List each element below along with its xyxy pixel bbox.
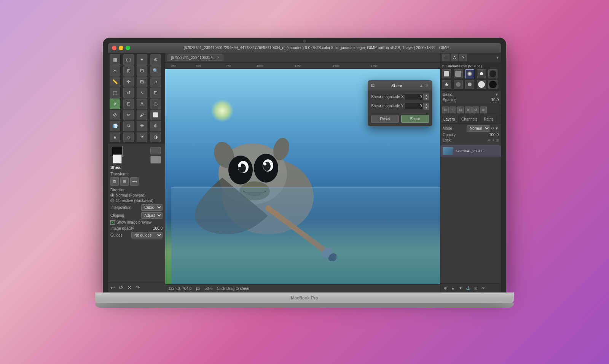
tool-color-picker[interactable]: ⊡ bbox=[137, 65, 147, 76]
tool-dodge[interactable]: ☀ bbox=[137, 132, 147, 142]
layer-item[interactable]: 67929641_23941... bbox=[440, 145, 501, 157]
tool-flip[interactable]: ⊟ bbox=[123, 99, 134, 109]
panel-icon-1[interactable]: ⬛ bbox=[442, 54, 450, 61]
tool-btn-5[interactable]: ↺ bbox=[472, 106, 479, 113]
mode-reset-icon[interactable]: ↺ bbox=[491, 126, 494, 130]
guides-select[interactable]: No guides Center lines bbox=[131, 232, 163, 238]
shear-y-input[interactable] bbox=[405, 103, 424, 109]
tab-paths[interactable]: Paths bbox=[481, 115, 497, 123]
raise-layer-icon[interactable]: ▲ bbox=[450, 285, 456, 291]
shear-x-down[interactable]: ▼ bbox=[424, 97, 429, 100]
anchor-layer-icon[interactable]: ⚓ bbox=[465, 285, 472, 291]
tool-ink[interactable]: ⌑ bbox=[123, 121, 134, 131]
tool-btn-4[interactable]: ✕ bbox=[465, 106, 472, 113]
shear-button[interactable]: Shear bbox=[401, 115, 429, 123]
tool-smudge[interactable]: ▲ bbox=[110, 132, 120, 142]
shear-x-up[interactable]: ▲ bbox=[424, 94, 429, 97]
brush-4[interactable] bbox=[477, 69, 486, 78]
tool-clone[interactable]: ⊕ bbox=[150, 121, 161, 131]
dialog-close-icon[interactable]: ✕ bbox=[425, 83, 429, 88]
tool-rotate[interactable]: ↺ bbox=[123, 87, 134, 98]
tool-btn-3[interactable]: ⊡ bbox=[457, 106, 464, 113]
mode-select[interactable]: Normal Multiply Screen bbox=[467, 125, 490, 132]
direction-normal-radio[interactable] bbox=[110, 193, 114, 197]
lock-icon-2[interactable]: + bbox=[492, 138, 494, 142]
panel-icon-3[interactable]: ? bbox=[459, 54, 467, 61]
lock-icon-1[interactable]: ✏ bbox=[488, 138, 491, 142]
image-tab[interactable]: [67929641_2394106017... ✕ bbox=[167, 54, 223, 61]
close-button[interactable] bbox=[112, 46, 116, 50]
shear-y-up[interactable]: ▲ bbox=[424, 103, 429, 106]
show-preview-checkbox[interactable]: ✓ bbox=[110, 220, 115, 225]
tool-btn-1[interactable]: ⊞ bbox=[442, 106, 449, 113]
new-layer-icon[interactable]: ⊕ bbox=[442, 285, 449, 291]
preset-dropdown[interactable]: ▼ bbox=[495, 92, 499, 97]
brush-8[interactable] bbox=[477, 80, 486, 89]
tool-zoom[interactable]: 🔍 bbox=[150, 65, 161, 76]
delete-icon[interactable]: ✕ bbox=[127, 285, 132, 291]
view-normal[interactable] bbox=[150, 147, 161, 154]
brush-selected[interactable] bbox=[465, 69, 474, 78]
tool-btn-2[interactable]: ⊟ bbox=[450, 106, 456, 113]
tool-paths[interactable]: ⊞ bbox=[123, 65, 134, 76]
tool-blend[interactable]: ⊘ bbox=[110, 110, 120, 120]
tool-bucket[interactable]: ◌ bbox=[150, 99, 161, 109]
reset-button[interactable]: Reset bbox=[371, 115, 399, 123]
tool-airbrush[interactable]: 💨 bbox=[110, 121, 120, 131]
tool-rect-select[interactable]: ▦ bbox=[110, 54, 120, 65]
tool-pencil[interactable]: ✏ bbox=[123, 110, 134, 120]
panel-collapse[interactable]: ▼ bbox=[496, 56, 499, 60]
minimize-button[interactable] bbox=[119, 46, 123, 50]
tool-paintbrush[interactable]: 🖌 bbox=[137, 110, 147, 120]
shear-x-input[interactable] bbox=[405, 94, 424, 100]
transform-icon-2[interactable]: ⊞ bbox=[120, 177, 129, 186]
brush-5[interactable] bbox=[488, 69, 497, 78]
brush-star[interactable]: ★ bbox=[442, 80, 451, 89]
tool-blur[interactable]: ⌂ bbox=[123, 132, 134, 142]
lock-icon-3[interactable]: ⊞ bbox=[496, 138, 499, 142]
background-color[interactable] bbox=[113, 154, 122, 164]
mode-down-icon[interactable]: ▼ bbox=[495, 126, 499, 130]
shear-y-down[interactable]: ▼ bbox=[424, 106, 429, 110]
tool-transform[interactable]: ⊿ bbox=[150, 76, 161, 87]
brush-6[interactable] bbox=[454, 80, 463, 89]
tab-channels[interactable]: Channels bbox=[458, 115, 481, 123]
transform-icon-1[interactable]: ⊡ bbox=[110, 177, 119, 186]
transform-icon-3[interactable]: ⟶ bbox=[130, 177, 139, 186]
direction-corrective-radio[interactable] bbox=[110, 199, 114, 202]
tool-scale[interactable]: ⤡ bbox=[137, 87, 147, 98]
delete-layer-icon[interactable]: ✕ bbox=[480, 285, 487, 291]
redo-icon[interactable]: ↷ bbox=[136, 285, 140, 291]
panel-icon-2[interactable]: A bbox=[451, 54, 458, 61]
brush-1[interactable] bbox=[442, 69, 451, 78]
merge-layer-icon[interactable]: ⊞ bbox=[472, 285, 479, 291]
brush-7[interactable] bbox=[465, 80, 474, 89]
tool-perspective[interactable]: ⊼ bbox=[110, 99, 120, 109]
tool-measure[interactable]: 📏 bbox=[110, 76, 120, 87]
tool-heal[interactable]: ✚ bbox=[137, 121, 147, 131]
tool-btn-6[interactable]: ⊕ bbox=[480, 106, 487, 113]
tool-scissors[interactable]: ✂ bbox=[110, 65, 120, 76]
restore-icon[interactable]: ↩ bbox=[110, 285, 115, 291]
tab-layers[interactable]: Layers bbox=[440, 115, 458, 123]
maximize-button[interactable] bbox=[126, 46, 130, 50]
clipping-select[interactable]: Adjust Clip bbox=[141, 212, 163, 219]
tool-align[interactable]: ⊞ bbox=[137, 76, 147, 87]
tool-free-select[interactable]: ✦ bbox=[137, 54, 147, 65]
tool-shear[interactable]: ⊡ bbox=[150, 87, 161, 98]
brush-2[interactable] bbox=[454, 69, 463, 78]
brush-9[interactable] bbox=[488, 80, 497, 89]
dialog-up-icon[interactable]: ▲ bbox=[419, 83, 424, 88]
tab-close-icon[interactable]: ✕ bbox=[217, 56, 220, 59]
canvas-wrapper[interactable]: ⊡ Shear ▲ ✕ S bbox=[165, 69, 440, 284]
view-quick-mask[interactable] bbox=[150, 156, 161, 164]
canvas-image[interactable]: ⊡ Shear ▲ ✕ S bbox=[165, 69, 440, 284]
tool-fuzzy-select[interactable]: ⊕ bbox=[150, 54, 161, 65]
interpolation-select[interactable]: Cubic Linear None bbox=[141, 204, 163, 211]
lower-layer-icon[interactable]: ▼ bbox=[457, 285, 464, 291]
tool-burn[interactable]: ◑ bbox=[150, 132, 161, 142]
tool-text[interactable]: A bbox=[137, 99, 147, 109]
tool-move[interactable]: ✛ bbox=[123, 76, 134, 87]
tool-ellipse-select[interactable]: ◯ bbox=[123, 54, 134, 65]
tool-eraser[interactable]: ⬜ bbox=[150, 110, 161, 120]
